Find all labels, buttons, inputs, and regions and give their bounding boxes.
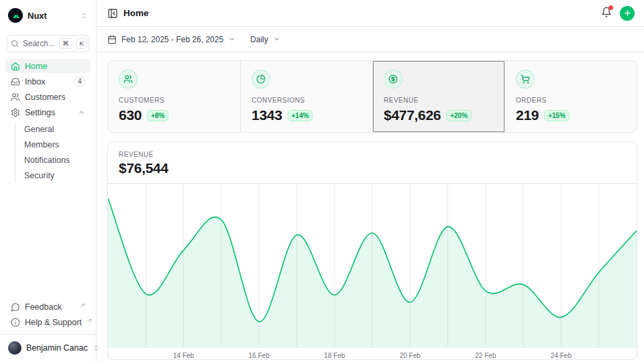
- stat-value: 1343: [252, 107, 282, 123]
- page-content: CUSTOMERS 630 +8% CONVERSIONS 1343 +14%: [97, 52, 644, 362]
- svg-text:22 Feb: 22 Feb: [475, 352, 496, 359]
- users-icon: [11, 93, 20, 102]
- filters-toolbar: Feb 12, 2025 - Feb 26, 2025 Daily: [97, 27, 644, 52]
- page-header: Home: [97, 0, 644, 27]
- revenue-area-chart[interactable]: 14 Feb16 Feb18 Feb20 Feb22 Feb24 Feb: [108, 184, 637, 360]
- workspace-switcher[interactable]: Nuxt: [5, 5, 91, 25]
- sidebar-item-notifications[interactable]: Notifications: [18, 153, 91, 167]
- chevron-down-icon: [273, 36, 280, 43]
- feedback-link[interactable]: Feedback ↗: [5, 300, 91, 314]
- sidebar-item-security[interactable]: Security: [18, 168, 91, 182]
- chart-metric-value: $76,544: [119, 160, 626, 176]
- feedback-label: Feedback: [25, 302, 74, 312]
- svg-text:24 Feb: 24 Feb: [551, 352, 572, 359]
- sidebar-item-general[interactable]: General: [18, 122, 91, 136]
- sidebar-item-settings[interactable]: Settings: [5, 105, 91, 119]
- stat-delta-badge: +8%: [147, 110, 168, 121]
- external-link-icon: ↗: [80, 302, 85, 308]
- nuxt-logo-icon: [8, 8, 23, 23]
- chart-metric-label: REVENUE: [119, 151, 626, 158]
- stat-delta-badge: +15%: [544, 110, 570, 121]
- chevron-down-icon: [228, 36, 235, 43]
- sidebar-item-customers[interactable]: Customers: [5, 90, 91, 104]
- date-range-picker[interactable]: Feb 12, 2025 - Feb 26, 2025: [107, 35, 235, 44]
- sidebar-item-label: Notifications: [24, 156, 85, 165]
- stat-card-conversions[interactable]: CONVERSIONS 1343 +14%: [240, 61, 372, 132]
- sidebar-item-members[interactable]: Members: [18, 137, 91, 152]
- sidebar-item-label: Security: [24, 171, 85, 180]
- help-support-link[interactable]: Help & Support ↗: [5, 315, 91, 329]
- chart-pie-icon: [252, 70, 270, 88]
- shopping-cart-icon: [516, 70, 535, 88]
- stat-label: REVENUE: [384, 97, 494, 104]
- kbd-k: K: [76, 38, 87, 48]
- circle-dollar-icon: [384, 70, 402, 88]
- sidebar-item-inbox[interactable]: Inbox 4: [5, 74, 91, 88]
- user-avatar: [8, 341, 21, 355]
- plus-icon: [623, 9, 632, 17]
- stat-value: $477,626: [384, 107, 441, 123]
- stat-label: CONVERSIONS: [252, 97, 362, 104]
- svg-text:16 Feb: 16 Feb: [249, 352, 270, 359]
- search-input[interactable]: Search... ⌘ K: [7, 35, 89, 52]
- period-value: Daily: [250, 35, 268, 44]
- help-support-label: Help & Support: [25, 318, 82, 327]
- search-placeholder: Search...: [23, 39, 55, 48]
- sidebar-item-label: Inbox: [25, 77, 69, 86]
- period-select[interactable]: Daily: [250, 35, 280, 44]
- svg-text:20 Feb: 20 Feb: [400, 352, 421, 359]
- gear-icon: [11, 108, 20, 117]
- users-icon: [119, 70, 138, 88]
- revenue-chart-card: REVENUE $76,544 14 Feb16 Feb18 Feb20 Feb…: [107, 141, 637, 360]
- stat-card-orders[interactable]: ORDERS 219 +15%: [504, 61, 637, 132]
- sidebar-user-section: Benjamin Canac: [0, 335, 96, 357]
- notifications-button[interactable]: [601, 7, 612, 20]
- sidebar-item-label: Settings: [25, 108, 73, 117]
- stat-value: 219: [516, 107, 539, 123]
- stat-value: 630: [119, 107, 142, 123]
- sidebar: Nuxt Search... ⌘ K Home: [0, 0, 97, 362]
- message-circle-icon: [11, 302, 20, 312]
- stat-label: ORDERS: [516, 97, 626, 104]
- stat-card-revenue[interactable]: REVENUE $477,626 +20%: [372, 61, 504, 132]
- workspace-name: Nuxt: [28, 11, 76, 21]
- notification-dot: [608, 5, 613, 10]
- stats-row: CUSTOMERS 630 +8% CONVERSIONS 1343 +14%: [107, 60, 637, 133]
- svg-text:14 Feb: 14 Feb: [173, 352, 195, 359]
- chart-header: REVENUE $76,544: [108, 142, 637, 184]
- user-name: Benjamin Canac: [26, 343, 88, 353]
- inbox-count-badge: 4: [74, 77, 85, 86]
- add-button[interactable]: [620, 6, 635, 21]
- svg-text:18 Feb: 18 Feb: [324, 352, 345, 359]
- dashboard-app: Nuxt Search... ⌘ K Home: [0, 0, 644, 362]
- settings-subnav: General Members Notifications Security: [15, 122, 91, 182]
- panel-left-close-icon[interactable]: [107, 8, 118, 19]
- date-range-value: Feb 12, 2025 - Feb 26, 2025: [121, 35, 223, 44]
- page-title: Home: [123, 8, 149, 18]
- sidebar-item-label: Customers: [25, 93, 85, 102]
- chevrons-up-down-icon: [80, 12, 88, 19]
- sidebar-spacer: [5, 184, 91, 300]
- inbox-icon: [11, 77, 20, 86]
- stat-delta-badge: +20%: [446, 110, 472, 121]
- search-icon: [11, 40, 19, 48]
- external-link-icon: ↗: [87, 317, 93, 324]
- info-icon: [11, 318, 20, 327]
- user-menu-button[interactable]: Benjamin Canac: [5, 339, 91, 357]
- sidebar-item-label: Members: [24, 140, 85, 149]
- sidebar-item-label: Home: [25, 62, 85, 71]
- kbd-cmd: ⌘: [59, 38, 72, 48]
- stat-delta-badge: +14%: [288, 110, 313, 121]
- chevron-up-icon: [78, 109, 85, 116]
- home-icon: [11, 62, 20, 71]
- calendar-icon: [107, 35, 117, 44]
- sidebar-item-home[interactable]: Home: [5, 59, 91, 73]
- sidebar-nav: Home Inbox 4 Customers Settings: [5, 59, 91, 184]
- sidebar-footer: Feedback ↗ Help & Support ↗: [5, 300, 91, 329]
- stat-label: CUSTOMERS: [119, 97, 229, 104]
- stat-card-customers[interactable]: CUSTOMERS 630 +8%: [108, 61, 240, 132]
- sidebar-item-label: General: [24, 125, 85, 134]
- main-area: Home Feb 12, 2: [97, 0, 644, 362]
- header-actions: [601, 6, 635, 21]
